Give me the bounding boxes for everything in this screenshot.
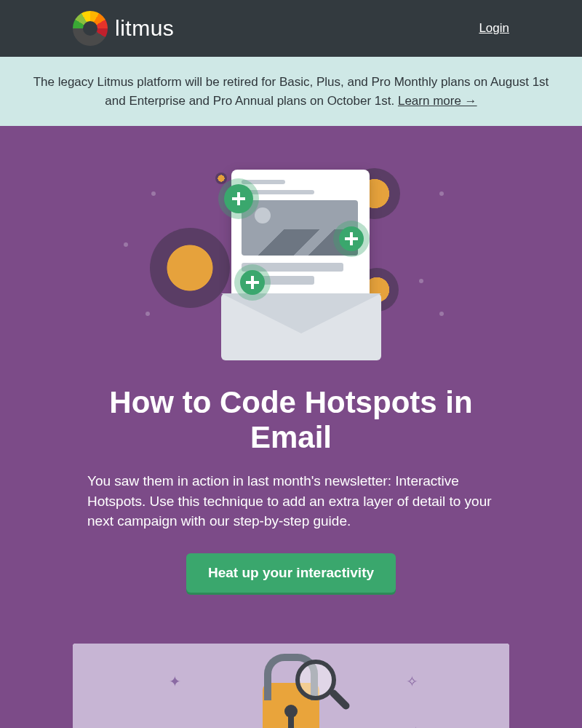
card-illustration: ✦ ✧ ✦	[73, 644, 509, 728]
article-card[interactable]: ✦ ✧ ✦ It's Time to Embrace Stricter	[73, 644, 509, 728]
sparkle-icon: ✦	[169, 673, 181, 690]
hero-section: How to Code Hotspots in Email You saw th…	[0, 126, 582, 629]
envelope-icon	[221, 293, 381, 360]
site-header: litmus Login	[0, 0, 582, 57]
hero-body: You saw them in action in last month's n…	[73, 471, 509, 531]
hotspot-plus-icon	[224, 184, 253, 213]
hero-cta-button[interactable]: Heat up your interactivity	[186, 553, 396, 593]
hotspot-plus-icon	[339, 226, 364, 251]
banner-learn-more-link[interactable]: Learn more →	[398, 94, 477, 108]
sparkle-icon: ✧	[406, 673, 418, 690]
magnifier-icon	[295, 660, 336, 700]
hero-title: How to Code Hotspots in Email	[73, 385, 509, 455]
logo-wheel-icon	[73, 11, 108, 46]
brand-logo[interactable]: litmus	[73, 11, 174, 46]
sparkle-icon: ✦	[410, 724, 422, 728]
hotspot-plus-icon	[240, 270, 265, 295]
notice-banner: The legacy Litmus platform will be retir…	[0, 57, 582, 126]
brand-name: litmus	[115, 16, 174, 41]
login-link[interactable]: Login	[479, 21, 509, 36]
hero-illustration	[124, 155, 458, 366]
article-card-wrap: ✦ ✧ ✦ It's Time to Embrace Stricter	[0, 629, 582, 728]
